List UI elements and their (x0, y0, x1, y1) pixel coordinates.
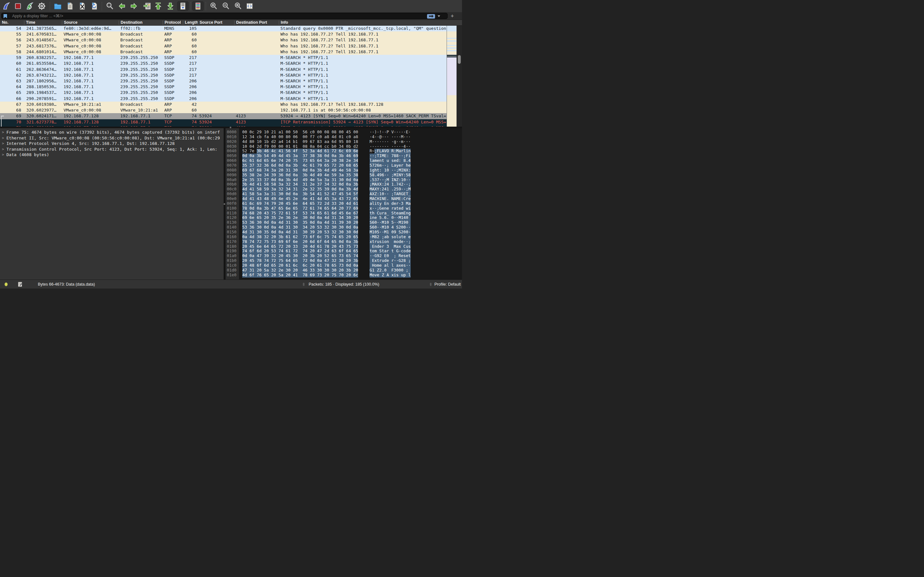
hex-line-0120[interactable]: 012069 6e 65 20 35 2e 36 2e 30 0d 0a 4d … (226, 215, 462, 220)
expand-chevron-icon[interactable]: > (2, 129, 4, 135)
col-header-time[interactable]: Time (24, 20, 62, 25)
packet-row-61[interactable]: 61262.8636474…192.168.77.1239.255.255.25… (0, 67, 462, 73)
scrollbar-thumb[interactable] (458, 55, 461, 64)
add-filter-button[interactable]: + (451, 13, 454, 19)
packet-row-69[interactable]: 69320.6024171…192.168.77.128192.168.77.1… (0, 113, 462, 119)
packet-row-67[interactable]: 67320.6019380…VMware_10:21:a1BroadcastAR… (0, 102, 462, 107)
packet-row-57[interactable]: 57243.6817376…VMware_c0:00:08BroadcastAR… (0, 43, 462, 49)
packet-row-58[interactable]: 58244.6801014…VMware_c0:00:08BroadcastAR… (0, 49, 462, 55)
hex-line-0130[interactable]: 013053 36 30 0d 0a 4d 31 30 35 0d 0a 4d … (226, 220, 462, 225)
detail-line-0[interactable]: >Frame 75: 4674 bytes on wire (37392 bit… (0, 129, 224, 135)
detail-line-1[interactable]: >Ethernet II, Src: VMware_c0:00:08 (00:5… (0, 135, 224, 141)
expand-chevron-icon[interactable]: > (2, 141, 4, 147)
hex-line-00b0[interactable]: 00b03b 4d 41 58 58 3a 32 34 31 2e 37 34 … (226, 182, 462, 187)
go-to-packet-icon[interactable] (143, 2, 152, 11)
find-packet-icon[interactable] (105, 2, 114, 11)
filter-bookmark-icon[interactable] (3, 14, 7, 18)
hex-line-01d0[interactable]: 01d047 31 20 5a 32 2e 30 20 46 33 30 30 … (226, 268, 462, 273)
hex-line-00e0[interactable]: 00e04d 41 43 48 49 4e 45 2e 4e 41 4d 45 … (226, 197, 462, 201)
hex-line-0170[interactable]: 017078 74 72 75 73 69 6f 6e 20 6d 6f 64 … (226, 239, 462, 244)
capture-comment-icon[interactable] (18, 282, 22, 287)
hex-line-0110[interactable]: 011074 68 20 43 75 72 61 5f 53 74 65 61 … (226, 211, 462, 216)
hex-line-0050[interactable]: 00500d 0a 3b 54 49 4d 45 3a 37 38 38 0d … (226, 153, 462, 158)
hex-line-0060[interactable]: 00606c 61 6d 65 6e 74 20 75 73 65 64 3a … (226, 158, 462, 163)
zoom-out-icon[interactable] (221, 2, 230, 11)
packet-row-56[interactable]: 56243.0148567…VMware_c0:00:08BroadcastAR… (0, 37, 462, 43)
zoom-reset-icon[interactable] (234, 2, 242, 11)
hex-line-0080[interactable]: 008069 67 68 74 3a 20 31 30 0d 0a 3b 4d … (226, 168, 462, 173)
go-last-packet-icon[interactable] (166, 2, 175, 11)
hex-line-0090[interactable]: 009035 38 2e 34 39 36 0d 0a 3b 4d 49 4e … (226, 173, 462, 177)
col-header-protocol[interactable]: Protocol (163, 20, 183, 25)
apply-filter-button[interactable] (427, 14, 435, 19)
colorize-toggle[interactable] (192, 1, 204, 11)
expand-chevron-icon[interactable]: > (2, 135, 4, 141)
packet-row-68[interactable]: 68320.6023977…VMware_c0:00:08VMware_10:2… (0, 107, 462, 113)
status-profile[interactable]: Profile: Default (435, 282, 461, 287)
hex-line-00d0[interactable]: 00d041 58 5a 3a 31 30 0d 0a 3b 54 41 52 … (226, 192, 462, 197)
go-forward-icon[interactable] (129, 2, 138, 11)
hex-line-0000[interactable]: 000000 0c 29 10 21 a1 00 50 56 c0 00 08 … (226, 130, 462, 135)
packet-row-66[interactable]: 66290.2078591…192.168.77.1239.255.255.25… (0, 96, 462, 102)
hex-line-01c0[interactable]: 01c020 48 6f 6d 65 20 61 6c 6c 20 61 78 … (226, 263, 462, 268)
expand-chevron-icon[interactable]: > (2, 147, 4, 152)
col-header-length[interactable]: Length (183, 20, 198, 25)
packet-row-64[interactable]: 64288.1850530…192.168.77.1239.255.255.25… (0, 84, 462, 90)
close-file-icon[interactable] (78, 2, 87, 11)
packet-row-55[interactable]: 55241.6705831…VMware_c0:00:08BroadcastAR… (0, 31, 462, 37)
hex-line-00a0[interactable]: 00a02e 35 33 37 0d 0a 3b 4d 49 4e 5a 3a … (226, 177, 462, 182)
display-filter-input[interactable]: Apply a display filter ... <⌘/> (1, 13, 447, 19)
go-first-packet-icon[interactable] (153, 2, 163, 11)
capture-options-icon[interactable] (37, 2, 46, 11)
hex-line-0040[interactable]: 004052 7e 3b 46 4c 41 56 4f 52 3a 4d 61 … (226, 149, 462, 153)
splitter-handle-icon[interactable] (224, 203, 225, 205)
detail-line-2[interactable]: >Internet Protocol Version 4, Src: 192.1… (0, 141, 224, 147)
col-header-dst-port[interactable]: Destination Port (234, 20, 279, 25)
hex-line-0010[interactable]: 001012 34 cb fa 40 00 80 06 00 f7 c0 a8 … (226, 135, 462, 139)
restart-capture-icon[interactable] (25, 2, 34, 11)
hex-line-0150[interactable]: 01504d 31 30 35 0d 0a 4d 31 30 39 20 53 … (226, 230, 462, 235)
packet-row-59[interactable]: 59260.8382257…192.168.77.1239.255.255.25… (0, 55, 462, 61)
packet-row-60[interactable]: 60261.8535584…192.168.77.1239.255.255.25… (0, 61, 462, 66)
hex-line-01b0[interactable]: 01b020 45 78 74 72 75 64 65 72 0d 0a 47 … (226, 258, 462, 263)
col-header-no[interactable]: No. (0, 20, 24, 25)
expert-info-icon[interactable] (5, 282, 8, 286)
packet-row-63[interactable]: 63287.1802956…192.168.77.1239.255.255.25… (0, 78, 462, 84)
hex-line-0020[interactable]: 00204d 80 10 1b d2 a4 14 b1 09 67 83 aa … (226, 139, 462, 144)
start-capture-icon[interactable] (2, 2, 11, 11)
hex-line-0140[interactable]: 014053 36 30 0d 0a 4d 31 30 34 20 53 32 … (226, 225, 462, 230)
hex-line-0100[interactable]: 010078 0d 0a 3b 47 65 6e 65 72 61 74 65 … (226, 206, 462, 211)
hex-line-0070[interactable]: 007035 37 32 36 6d 0d 0a 3b 4c 61 79 65 … (226, 163, 462, 168)
auto-scroll-toggle[interactable] (177, 1, 189, 11)
zoom-in-icon[interactable] (209, 2, 218, 11)
filter-dropdown-caret[interactable] (438, 15, 440, 17)
hex-line-01a0[interactable]: 01a00d 0a 47 39 32 20 45 30 20 3b 20 52 … (226, 253, 462, 258)
resize-columns-icon[interactable] (245, 2, 254, 11)
col-header-source[interactable]: Source (62, 20, 119, 25)
hex-line-00c0[interactable]: 00c04d 41 58 59 3a 32 34 31 2e 32 35 39 … (226, 187, 462, 192)
packet-list-scrollbar[interactable] (457, 26, 462, 127)
stop-capture-icon[interactable] (13, 2, 23, 11)
hex-line-0030[interactable]: 003010 04 2d f9 00 00 01 01 08 0a 04 cc … (226, 144, 462, 149)
reload-file-icon[interactable] (90, 2, 99, 11)
hex-line-0180[interactable]: 018020 45 6e 64 65 72 20 33 20 4d 61 78 … (226, 244, 462, 249)
hex-line-00f0[interactable]: 00f061 6c 69 74 79 20 45 6e 64 65 72 2d … (226, 201, 462, 206)
hex-line-0160[interactable]: 01600a 4d 38 32 20 3b 61 62 73 6f 6c 75 … (226, 235, 462, 239)
hex-line-01e0[interactable]: 01e04d 6f 76 65 20 5a 20 41 78 69 73 20 … (226, 273, 462, 277)
expand-chevron-icon[interactable]: > (2, 152, 4, 158)
col-header-src-port[interactable]: Source Port (198, 20, 234, 25)
packet-row-62[interactable]: 62263.8743212…192.168.77.1239.255.255.25… (0, 73, 462, 78)
packet-row-65[interactable]: 65289.1984537…192.168.77.1239.255.255.25… (0, 90, 462, 95)
col-header-info[interactable]: Info (279, 20, 462, 25)
packet-list-minimap[interactable] (447, 26, 457, 127)
packet-row-70[interactable]: 70321.6273778…192.168.77.128192.168.77.1… (0, 119, 462, 125)
hex-line-0190[interactable]: 019074 6f 6d 20 53 74 61 72 74 20 47 2d … (226, 249, 462, 253)
go-back-icon[interactable] (118, 2, 126, 11)
col-header-destination[interactable]: Destination (119, 20, 163, 25)
detail-line-3[interactable]: >Transmission Control Protocol, Src Port… (0, 147, 224, 152)
open-file-icon[interactable] (53, 2, 62, 11)
packet-row-54[interactable]: 54241.3873565…fe80::3e3d:ed6e:9d…ff02::f… (0, 26, 462, 31)
hex-ascii: MACHINE. NAME:Cre (370, 197, 411, 201)
save-file-icon[interactable] (65, 2, 74, 11)
detail-line-4[interactable]: >Data (4608 bytes) (0, 152, 224, 158)
